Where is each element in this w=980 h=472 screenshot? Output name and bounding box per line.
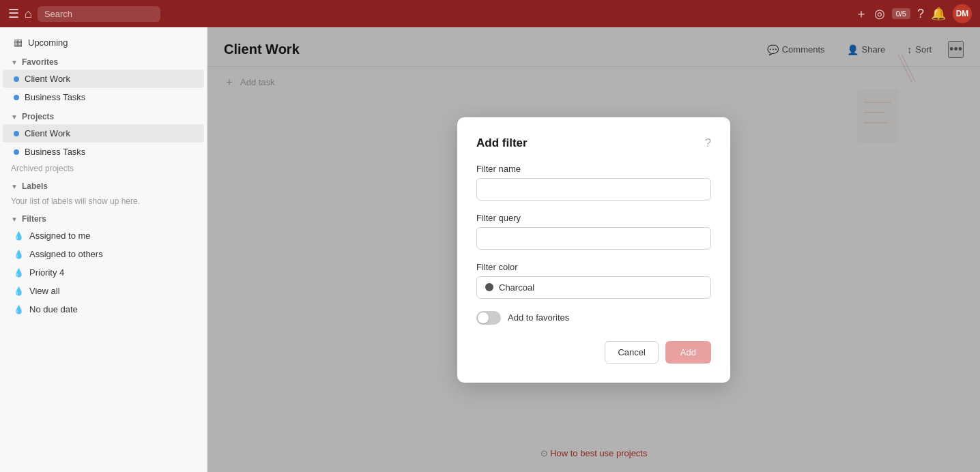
productivity-icon[interactable]: ◎ — [874, 6, 885, 21]
color-selector[interactable]: Charcoal — [476, 276, 711, 299]
favorites-label: Favorites — [22, 57, 58, 67]
filter-drop-icon: 💧 — [14, 305, 24, 314]
cancel-button[interactable]: Cancel — [605, 341, 658, 364]
filters-header[interactable]: ▼ Filters — [0, 209, 207, 226]
calendar-icon: ▦ — [14, 37, 23, 48]
modal-overlay: Add filter ? Filter name Filter query Fi… — [207, 27, 980, 472]
add-to-favorites-label: Add to favorites — [508, 312, 569, 323]
filter-query-input[interactable] — [476, 227, 711, 250]
sidebar-item-label: Client Work — [25, 74, 70, 84]
filter-name-group: Filter name — [476, 164, 711, 201]
modal-help-icon[interactable]: ? — [705, 137, 711, 149]
modal-footer: Cancel Add — [476, 341, 711, 364]
filter-color-label: Filter color — [476, 262, 711, 272]
layout: ▦ Upcoming ▼ Favorites Client Work Busin… — [0, 27, 980, 472]
dot-icon — [14, 149, 19, 155]
add-button[interactable]: Add — [665, 341, 711, 364]
upcoming-label: Upcoming — [28, 38, 68, 48]
menu-icon[interactable]: ☰ — [8, 6, 19, 21]
sidebar-item-label: View all — [29, 286, 60, 296]
sidebar-item-assigned-me[interactable]: 💧 Assigned to me — [3, 226, 204, 245]
sidebar-item-client-work-proj[interactable]: Client Work — [3, 124, 204, 143]
filter-drop-icon: 💧 — [14, 268, 24, 278]
modal-header: Add filter ? — [476, 136, 711, 150]
help-icon[interactable]: ? — [917, 7, 924, 21]
labels-empty-message: Your list of labels will show up here. — [0, 194, 207, 209]
labels-label: Labels — [22, 181, 48, 191]
add-to-favorites-row: Add to favorites — [476, 311, 711, 325]
color-dot-icon — [485, 283, 493, 291]
labels-header[interactable]: ▼ Labels — [0, 176, 207, 194]
sidebar-item-no-due-date[interactable]: 💧 No due date — [3, 300, 204, 319]
filter-drop-icon: 💧 — [14, 250, 24, 259]
projects-header[interactable]: ▼ Projects — [0, 106, 207, 124]
archived-projects[interactable]: Archived projects — [0, 161, 207, 176]
toggle-knob — [478, 312, 489, 323]
filter-query-group: Filter query — [476, 213, 711, 250]
modal-title: Add filter — [476, 136, 528, 150]
filter-name-label: Filter name — [476, 164, 711, 174]
sidebar-item-upcoming[interactable]: ▦ Upcoming — [3, 33, 204, 52]
sidebar-item-priority[interactable]: 💧 Priority 4 — [3, 263, 204, 282]
color-name: Charcoal — [499, 282, 534, 293]
chevron-icon: ▼ — [11, 183, 18, 190]
filters-label: Filters — [22, 214, 46, 224]
chevron-icon: ▼ — [11, 216, 18, 223]
add-to-favorites-toggle[interactable] — [476, 311, 501, 325]
filter-name-input[interactable] — [476, 178, 711, 201]
sidebar-item-label: Assigned to me — [29, 231, 91, 241]
avatar[interactable]: DM — [953, 4, 972, 23]
add-filter-modal: Add filter ? Filter name Filter query Fi… — [457, 117, 730, 383]
sidebar-item-view-all[interactable]: 💧 View all — [3, 282, 204, 300]
sidebar: ▦ Upcoming ▼ Favorites Client Work Busin… — [0, 27, 207, 472]
home-icon[interactable]: ⌂ — [25, 7, 32, 21]
dot-icon — [14, 95, 19, 100]
projects-label: Projects — [22, 112, 54, 121]
dot-icon — [14, 76, 19, 82]
sidebar-item-label: Business Tasks — [25, 147, 85, 157]
search-input[interactable] — [38, 6, 160, 22]
sidebar-item-assigned-others[interactable]: 💧 Assigned to others — [3, 245, 204, 263]
sidebar-item-label: Priority 4 — [29, 267, 64, 278]
sidebar-item-label: Assigned to others — [29, 249, 103, 259]
sidebar-item-business-tasks-proj[interactable]: Business Tasks — [3, 143, 204, 161]
topbar: ☰ ⌂ ＋ ◎ 0/5 ? 🔔 DM — [0, 0, 980, 27]
sidebar-item-business-tasks-fav[interactable]: Business Tasks — [3, 88, 204, 106]
topbar-left: ☰ ⌂ — [8, 6, 850, 22]
filter-color-group: Filter color Charcoal — [476, 262, 711, 299]
chevron-icon: ▼ — [11, 113, 18, 121]
chevron-icon: ▼ — [11, 59, 18, 66]
sidebar-item-label: Business Tasks — [25, 92, 85, 102]
bell-icon[interactable]: 🔔 — [931, 6, 946, 21]
sidebar-item-label: No due date — [29, 304, 78, 314]
sidebar-item-client-work-fav[interactable]: Client Work — [3, 70, 204, 88]
progress-badge: 0/5 — [892, 8, 910, 19]
topbar-right: ＋ ◎ 0/5 ? 🔔 DM — [855, 4, 972, 23]
add-icon[interactable]: ＋ — [855, 5, 867, 22]
favorites-header[interactable]: ▼ Favorites — [0, 52, 207, 70]
filter-query-label: Filter query — [476, 213, 711, 223]
dot-icon — [14, 131, 19, 136]
filter-drop-icon: 💧 — [14, 286, 24, 296]
main-content: Client Work 💬 Comments 👤 Share ↕ Sort ••… — [207, 27, 980, 472]
filter-drop-icon: 💧 — [14, 231, 24, 241]
sidebar-item-label: Client Work — [25, 128, 70, 138]
